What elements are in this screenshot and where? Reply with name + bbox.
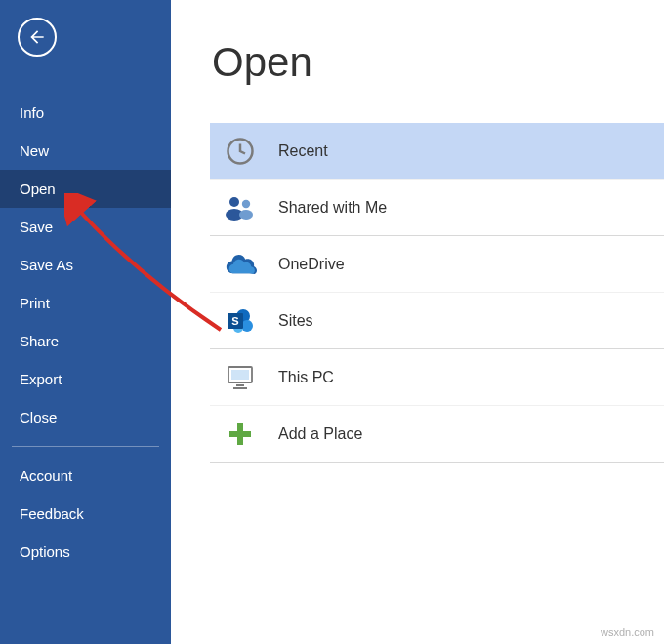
nav-label: Account bbox=[20, 467, 72, 484]
svg-rect-13 bbox=[233, 387, 247, 389]
location-label: Recent bbox=[278, 142, 328, 160]
arrow-left-icon bbox=[27, 27, 47, 47]
location-label: Add a Place bbox=[278, 425, 362, 443]
svg-rect-15 bbox=[229, 431, 251, 437]
nav-label: Info bbox=[20, 104, 44, 121]
nav-info[interactable]: Info bbox=[0, 94, 171, 132]
nav-close[interactable]: Close bbox=[0, 398, 171, 436]
nav-label: Open bbox=[20, 181, 56, 197]
nav-account[interactable]: Account bbox=[0, 457, 171, 495]
location-sites[interactable]: S Sites bbox=[210, 293, 664, 349]
nav-label: New bbox=[20, 142, 49, 159]
location-onedrive[interactable]: OneDrive bbox=[210, 236, 664, 293]
location-label: This PC bbox=[278, 369, 334, 386]
nav-label: Options bbox=[20, 543, 70, 560]
nav-save-as[interactable]: Save As bbox=[0, 246, 171, 284]
nav-label: Export bbox=[20, 371, 62, 387]
svg-rect-12 bbox=[236, 384, 244, 386]
location-this-pc[interactable]: This PC bbox=[210, 349, 664, 406]
sharepoint-icon: S bbox=[222, 306, 259, 336]
nav-label: Feedback bbox=[20, 505, 84, 522]
location-label: Shared with Me bbox=[278, 199, 387, 217]
plus-icon bbox=[222, 422, 259, 447]
backstage-sidebar: Info New Open Save Save As Print Share E… bbox=[0, 0, 171, 644]
location-label: OneDrive bbox=[278, 256, 345, 273]
nav-label: Print bbox=[20, 295, 50, 311]
watermark: wsxdn.com bbox=[601, 626, 654, 638]
nav-options[interactable]: Options bbox=[0, 533, 171, 571]
nav-export[interactable]: Export bbox=[0, 360, 171, 398]
nav-label: Save bbox=[20, 219, 53, 235]
nav-label: Share bbox=[20, 333, 59, 349]
nav-feedback[interactable]: Feedback bbox=[0, 495, 171, 533]
svg-text:S: S bbox=[231, 315, 238, 327]
location-add-place[interactable]: Add a Place bbox=[210, 406, 664, 463]
svg-point-4 bbox=[239, 210, 253, 220]
nav-open[interactable]: Open bbox=[0, 170, 171, 208]
location-recent[interactable]: Recent bbox=[210, 123, 664, 180]
location-shared[interactable]: Shared with Me bbox=[210, 180, 664, 236]
nav-label: Save As bbox=[20, 257, 73, 273]
clock-icon bbox=[222, 137, 259, 166]
nav-divider bbox=[12, 446, 159, 447]
page-title: Open bbox=[212, 39, 664, 86]
nav-save[interactable]: Save bbox=[0, 208, 171, 246]
cloud-icon bbox=[222, 254, 259, 275]
back-button[interactable] bbox=[18, 18, 57, 57]
pc-icon bbox=[222, 364, 259, 391]
nav-label: Close bbox=[20, 409, 57, 425]
location-list: Recent Shared with Me OneDrive bbox=[210, 123, 664, 463]
people-icon bbox=[222, 195, 259, 221]
open-panel: Open Recent Shared with Me bbox=[171, 0, 664, 644]
svg-point-3 bbox=[242, 199, 250, 207]
nav-new[interactable]: New bbox=[0, 132, 171, 170]
svg-point-1 bbox=[229, 197, 239, 207]
location-label: Sites bbox=[278, 312, 313, 330]
nav-print[interactable]: Print bbox=[0, 284, 171, 322]
nav-share[interactable]: Share bbox=[0, 322, 171, 360]
svg-rect-11 bbox=[231, 370, 249, 380]
